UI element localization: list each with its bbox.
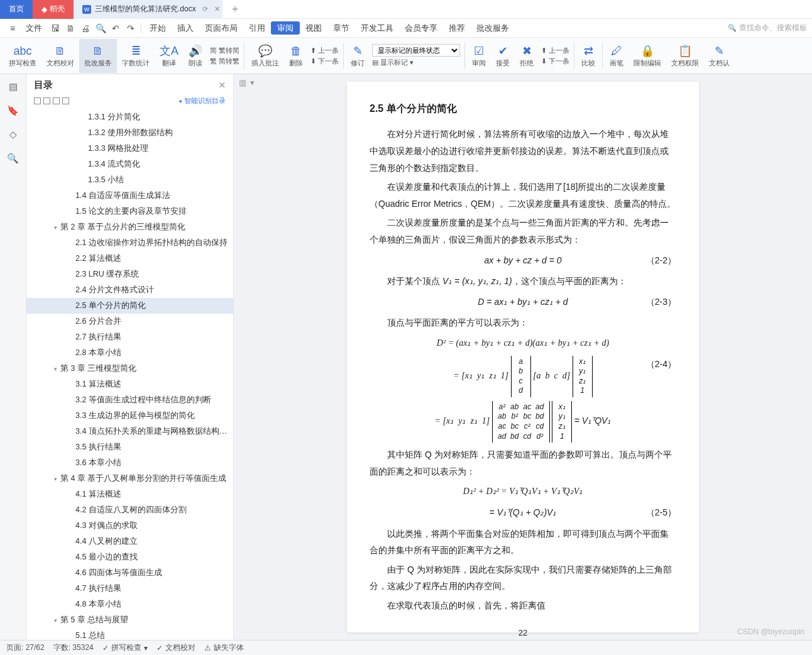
simp-to-trad-button[interactable]: 繁简转繁 — [210, 57, 239, 66]
menu-10[interactable]: 批改服务 — [471, 23, 515, 33]
menu-0[interactable]: 开始 — [144, 23, 172, 33]
trad-to-simp-button[interactable]: 简繁转简 — [210, 46, 239, 55]
toc-item[interactable]: 2.2 算法概述 — [26, 251, 233, 267]
save-icon[interactable]: 🖫 — [48, 21, 63, 36]
toc-item[interactable]: 1.3.5 小结 — [26, 172, 233, 188]
toc-item[interactable]: 2.6 分片合并 — [26, 314, 233, 329]
prev-comment-button[interactable]: ⬆上一条 — [310, 46, 339, 55]
toc-item[interactable]: 2.3 LRU 缓存系统 — [26, 267, 233, 282]
chevron-down-icon[interactable]: ▾ — [54, 476, 60, 482]
save-as-icon[interactable]: 🗎 — [63, 21, 78, 36]
toc-item[interactable]: 4.1 算法概述 — [26, 487, 233, 502]
wordcount-button[interactable]: ≣字数统计 — [117, 39, 155, 73]
tag-icon[interactable]: 🔖 — [6, 103, 21, 118]
collapse-all-icon[interactable] — [43, 97, 50, 104]
proofread-button[interactable]: 🗎文档校对 — [41, 39, 79, 73]
pen-button[interactable]: 🖊画笔 — [605, 39, 628, 73]
toc-item[interactable]: 1.3.3 网格批处理 — [26, 141, 233, 157]
toc-item[interactable]: 2.4 分片文件格式设计 — [26, 282, 233, 298]
tab-doc-refresh-icon[interactable]: ⟳ — [202, 5, 208, 13]
doc-auth-button[interactable]: ✎文档认 — [704, 39, 735, 73]
toc-item[interactable]: 3.2 等值面生成过程中终结信息的判断 — [26, 392, 233, 408]
toc-item[interactable]: 1.5 论文的主要内容及章节安排 — [26, 204, 233, 219]
toc-item[interactable]: 3.5 执行结果 — [26, 439, 233, 455]
tab-add-button[interactable]: ＋ — [222, 3, 248, 16]
next-comment-button[interactable]: ⬇下一条 — [310, 57, 339, 66]
toc-item[interactable]: 4.7 执行结果 — [26, 581, 233, 597]
toc-item[interactable]: 4.3 对偶点的求取 — [26, 518, 233, 534]
menu-9[interactable]: 推荐 — [443, 23, 471, 33]
toc-close-icon[interactable]: ✕ — [219, 80, 226, 90]
read-button[interactable]: 🔊朗读 — [184, 39, 207, 73]
menu-7[interactable]: 开发工具 — [355, 23, 399, 33]
toc-item[interactable]: 4.6 四面体与等值面生成 — [26, 565, 233, 581]
track-changes-button[interactable]: ✎修订 — [346, 39, 370, 73]
toc-item[interactable]: 3.6 本章小结 — [26, 455, 233, 471]
menu-5[interactable]: 视图 — [300, 23, 327, 33]
dropdown-icon[interactable]: ▾ — [250, 78, 255, 87]
toc-item[interactable]: 5.1 总结 — [26, 628, 233, 640]
toc-item[interactable]: ▾第 3 章 三维模型简化 — [26, 361, 233, 377]
outline-icon[interactable]: ▤ — [6, 79, 21, 94]
chevron-down-icon[interactable]: ▾ — [54, 366, 60, 372]
chevron-down-icon[interactable]: ▾ — [54, 224, 60, 231]
toc-item[interactable]: 3.3 生成边界的延伸与模型的简化 — [26, 408, 233, 424]
hamburger-icon[interactable]: ≡ — [5, 21, 20, 36]
smart-toc-button[interactable]: 智能识别目录 — [179, 96, 226, 106]
next-change-button[interactable]: ⬇下一条 — [541, 57, 569, 66]
undo-icon[interactable]: ↶ — [108, 21, 123, 36]
spellcheck-button[interactable]: abc拼写检查 — [4, 39, 41, 73]
show-markup-button[interactable]: ▤显示标记 ▾ — [372, 58, 460, 67]
menu-6[interactable]: 章节 — [327, 23, 355, 33]
missing-font-status[interactable]: ⚠ 缺失字体 — [204, 642, 244, 653]
menu-3[interactable]: 引用 — [243, 23, 271, 33]
toc-item[interactable]: 4.2 自适应八叉树的四面体分割 — [26, 502, 233, 518]
print-icon[interactable]: 🖨 — [78, 21, 93, 36]
accept-button[interactable]: ✔接受 — [491, 39, 515, 73]
review-button[interactable]: ☑审阅 — [467, 39, 491, 73]
file-menu[interactable]: 文件 — [20, 23, 48, 34]
toc-list[interactable]: 1.3.1 分片简化1.3.2 使用外部数据结构1.3.3 网格批处理1.3.4… — [26, 109, 233, 640]
toc-item[interactable]: 1.3.2 使用外部数据结构 — [26, 125, 233, 141]
bookmark-icon[interactable]: ◇ — [6, 127, 21, 142]
preview-icon[interactable]: 🔍 — [93, 21, 108, 36]
restrict-edit-button[interactable]: 🔒限制编辑 — [628, 39, 666, 73]
menu-1[interactable]: 插入 — [172, 23, 199, 33]
markup-view-select[interactable]: 显示标记的最终状态 — [372, 44, 460, 57]
toc-item[interactable]: 1.3.1 分片简化 — [26, 109, 233, 125]
chevron-down-icon[interactable]: ▾ — [54, 617, 60, 624]
doc-permission-button[interactable]: 📋文档权限 — [666, 39, 704, 73]
toc-opt1-icon[interactable] — [53, 97, 60, 104]
toc-item[interactable]: 4.8 本章小结 — [26, 597, 233, 612]
toc-item[interactable]: 2.8 本章小结 — [26, 345, 233, 361]
toc-item[interactable]: 1.3.4 流式简化 — [26, 157, 233, 172]
toc-item[interactable]: 2.7 执行结果 — [26, 329, 233, 345]
toc-item[interactable]: 4.4 八叉树的建立 — [26, 534, 233, 549]
menu-8[interactable]: 会员专享 — [399, 23, 443, 33]
correction-service-button[interactable]: 🗎批改服务 — [79, 39, 117, 73]
proof-status[interactable]: ✓ 文档校对 — [156, 642, 195, 653]
menu-4[interactable]: 审阅 — [271, 21, 300, 35]
tab-home[interactable]: 首页 — [0, 0, 33, 19]
command-search[interactable]: 查找命令、搜索模板 — [728, 23, 807, 33]
word-count[interactable]: 字数: 35324 — [53, 642, 94, 653]
toc-item[interactable]: ▾第 2 章 基于点分片的三维模型简化 — [26, 219, 233, 235]
toc-item[interactable]: 2.5 单个分片的简化 — [26, 298, 233, 314]
delete-comment-button[interactable]: 🗑删除 — [284, 39, 308, 73]
tab-shell[interactable]: ◆ 稻壳 — [33, 0, 74, 19]
prev-change-button[interactable]: ⬆上一条 — [541, 46, 569, 55]
tab-document[interactable]: W 三维模型的简化算法研究.docx ⟳ ✕ — [74, 0, 222, 19]
expand-all-icon[interactable] — [34, 97, 41, 104]
insert-comment-button[interactable]: 💬插入批注 — [246, 39, 284, 73]
reject-button[interactable]: ✖拒绝 — [515, 39, 539, 73]
search-icon[interactable]: 🔍 — [6, 151, 21, 166]
toc-opt2-icon[interactable] — [62, 97, 69, 104]
toc-item[interactable]: ▾第 5 章 总结与展望 — [26, 612, 233, 628]
toc-item[interactable]: 1.4 自适应等值面生成算法 — [26, 188, 233, 204]
translate-button[interactable]: 文A翻译 — [155, 39, 184, 73]
menu-2[interactable]: 页面布局 — [199, 23, 243, 33]
compare-button[interactable]: ⇄比较 — [576, 39, 600, 73]
page-indicator[interactable]: 页面: 27/62 — [6, 642, 45, 653]
toc-item[interactable]: 2.1 边收缩操作对边界拓扑结构的自动保持 — [26, 235, 233, 251]
document-area[interactable]: ▥▾ 2.5 单个分片的简化 在对分片进行简化时候，算法将所有可收缩的边放入一个… — [234, 74, 812, 640]
